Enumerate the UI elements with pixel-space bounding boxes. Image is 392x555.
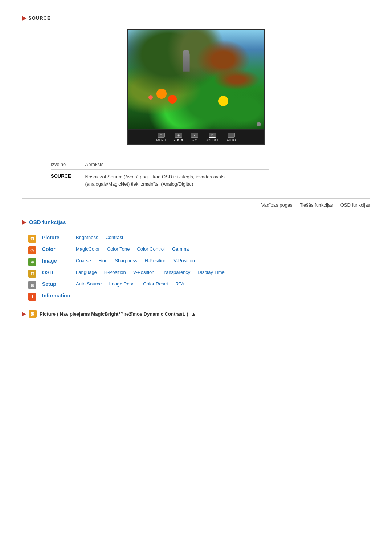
auto-source-link[interactable]: Auto Source xyxy=(76,281,102,287)
monitor-screen xyxy=(127,29,265,130)
nav-link-tieshas[interactable]: Tiešās funkcijas xyxy=(300,202,333,208)
osd-subitems-container: Language H-Position V-Position Transpare… xyxy=(76,270,225,275)
setup-subitems-container: Auto Source Image Reset Color Reset RTA xyxy=(76,281,225,287)
osd-menu-table: 🖼 Picture Brightness Contrast ◎ Color xyxy=(25,233,228,303)
source-section-header: ▶ SOURCE xyxy=(22,15,370,21)
osd-icon-cell: ⊟ xyxy=(25,268,39,279)
picture-subitems-container: Brightness Contrast xyxy=(76,235,225,240)
info-subitems xyxy=(73,291,228,303)
color-subitems: MagicColor Color Tone Color Control Gamm… xyxy=(73,244,228,256)
display-time-link[interactable]: Display Time xyxy=(197,270,224,275)
setup-icon: ⊞ xyxy=(28,281,36,289)
information-label[interactable]: Information xyxy=(39,291,73,303)
osd-section: ▶ OSD funkcijas 🖼 Picture Brightness Con… xyxy=(22,219,370,318)
osd-control-bar: ⊞ MENU ◆ ▲▼/▼ ▲ ▲/○ ⊟ SOURCE AUTO xyxy=(127,130,265,145)
osd-row-osd: ⊟ OSD Language H-Position V-Position Tra… xyxy=(25,268,228,279)
magiccolor-link[interactable]: MagicColor xyxy=(76,246,100,252)
nav-links: Vadības pogas Tiešās funkcijas OSD funkc… xyxy=(22,198,370,208)
osd-source-button[interactable]: ⊟ SOURCE xyxy=(205,133,220,142)
brightness-link[interactable]: Brightness xyxy=(76,235,98,240)
monitor-container: ⊞ MENU ◆ ▲▼/▼ ▲ ▲/○ ⊟ SOURCE AUTO xyxy=(22,29,370,145)
color-icon-cell: ◎ xyxy=(25,244,39,256)
osd-menu-button[interactable]: ⊞ MENU xyxy=(156,133,166,142)
table-row: SOURCE Nospiežot Source (Avots) pogu, ka… xyxy=(51,170,269,191)
image-subitems-container: Coarse Fine Sharpness H-Position V-Posit… xyxy=(76,258,225,263)
info-icon: ℹ xyxy=(28,293,36,301)
setup-subitems: Auto Source Image Reset Color Reset RTA xyxy=(73,279,228,291)
transparency-link[interactable]: Transparency xyxy=(162,270,190,275)
setup-icon-cell: ⊞ xyxy=(25,279,39,291)
picture-icon: 🖼 xyxy=(28,235,36,243)
h-position-osd-link[interactable]: H-Position xyxy=(104,270,126,275)
color-reset-link[interactable]: Color Reset xyxy=(143,281,168,287)
osd-brightness-button[interactable]: ◆ ▲▼/▼ xyxy=(173,133,184,142)
source-ctrl-icon: ⊟ xyxy=(209,133,216,138)
osd-row-information: ℹ Information xyxy=(25,291,228,303)
source-description: Nospiežot Source (Avots) pogu, kad OSD i… xyxy=(85,170,269,191)
image-reset-link[interactable]: Image Reset xyxy=(109,281,136,287)
h-position-image-link[interactable]: H-Position xyxy=(144,258,166,263)
auto-icon xyxy=(228,133,235,138)
osd-row-image: ⊕ Image Coarse Fine Sharpness H-Position… xyxy=(25,256,228,268)
setup-label[interactable]: Setup xyxy=(39,279,73,291)
garden-scene xyxy=(128,30,264,129)
rta-link[interactable]: RTA xyxy=(175,281,184,287)
col-header-menu: Izvēlne xyxy=(51,159,85,170)
nav-link-osd[interactable]: OSD funkcijas xyxy=(340,202,370,208)
osd-row-setup: ⊞ Setup Auto Source Image Reset Color Re… xyxy=(25,279,228,291)
osd-plus-button[interactable]: ▲ ▲/○ xyxy=(191,133,198,142)
source-icon: ▶ xyxy=(22,15,26,21)
source-description-table: Izvēlne Apraksts SOURCE Nospiežot Source… xyxy=(51,159,370,191)
osd-row-color: ◎ Color MagicColor Color Tone Color Cont… xyxy=(25,244,228,256)
footer-up-arrow[interactable]: ▲ xyxy=(191,311,196,317)
nav-link-vadibas[interactable]: Vadības pogas xyxy=(261,202,293,208)
image-label[interactable]: Image xyxy=(39,256,73,268)
gamma-link[interactable]: Gamma xyxy=(172,246,189,252)
fine-link[interactable]: Fine xyxy=(98,258,107,263)
picture-label[interactable]: Picture xyxy=(39,233,73,244)
image-icon: ⊕ xyxy=(28,258,36,266)
image-icon-cell: ⊕ xyxy=(25,256,39,268)
footer-picture-icon: 🖼 xyxy=(29,310,37,318)
picture-subitems: Brightness Contrast xyxy=(73,233,228,244)
osd-subitems: Language H-Position V-Position Transpare… xyxy=(73,268,228,279)
menu-icon: ⊞ xyxy=(158,133,165,138)
plus-icon: ▲ xyxy=(191,133,198,138)
color-control-link[interactable]: Color Control xyxy=(137,246,165,252)
osd-section-header: ▶ OSD funkcijas xyxy=(22,219,370,226)
monitor-power-indicator xyxy=(257,122,261,126)
footer-red-icon: ▶ xyxy=(22,311,26,317)
osd-menu-icon: ⊟ xyxy=(28,270,36,278)
color-label[interactable]: Color xyxy=(39,244,73,256)
footer-text: Picture ( Nav pieejams MagicBrightTM rež… xyxy=(40,311,188,317)
image-subitems: Coarse Fine Sharpness H-Position V-Posit… xyxy=(73,256,228,268)
info-icon-cell: ℹ xyxy=(25,291,39,303)
osd-section-icon: ▶ xyxy=(22,219,26,226)
coarse-link[interactable]: Coarse xyxy=(76,258,91,263)
color-icon: ◎ xyxy=(28,246,36,254)
language-link[interactable]: Language xyxy=(76,270,97,275)
color-tone-link[interactable]: Color Tone xyxy=(107,246,130,252)
brightness-icon: ◆ xyxy=(175,133,182,138)
osd-label[interactable]: OSD xyxy=(39,268,73,279)
menu-label-source: SOURCE xyxy=(51,170,85,191)
contrast-link[interactable]: Contrast xyxy=(105,235,123,240)
osd-row-picture: 🖼 Picture Brightness Contrast xyxy=(25,233,228,244)
picture-icon-cell: 🖼 xyxy=(25,233,39,244)
sharpness-link[interactable]: Sharpness xyxy=(115,258,137,263)
col-header-desc: Apraksts xyxy=(85,159,269,170)
color-subitems-container: MagicColor Color Tone Color Control Gamm… xyxy=(76,246,225,252)
v-position-image-link[interactable]: V-Position xyxy=(173,258,195,263)
picture-footer: ▶ 🖼 Picture ( Nav pieejams MagicBrightTM… xyxy=(22,310,370,318)
osd-section-title: OSD funkcijas xyxy=(29,219,66,225)
source-title: SOURCE xyxy=(28,15,51,21)
v-position-osd-link[interactable]: V-Position xyxy=(133,270,155,275)
osd-auto-button[interactable]: AUTO xyxy=(227,133,236,142)
